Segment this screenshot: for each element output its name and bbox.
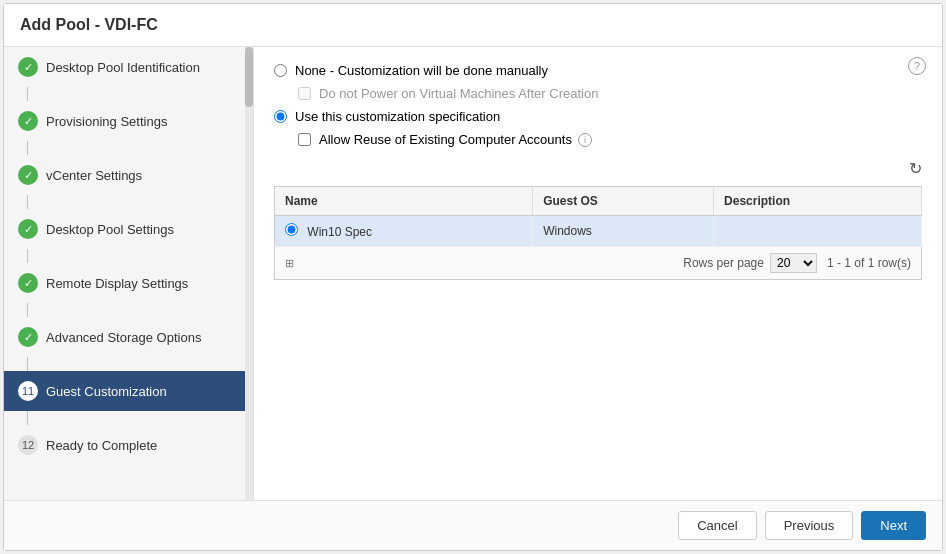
step-1-icon [18, 57, 38, 77]
sidebar-item-pool-settings[interactable]: Desktop Pool Settings [4, 209, 253, 249]
connector-11 [27, 411, 28, 425]
step-11-number: 11 [18, 381, 38, 401]
radio-row-none: None - Customization will be done manual… [274, 63, 922, 78]
dialog-header: Add Pool - VDI-FC [4, 4, 942, 47]
sidebar-item-desktop-pool-id[interactable]: Desktop Pool Identification [4, 47, 253, 87]
checkbox-no-power[interactable] [298, 87, 311, 100]
checkmark-icon-3 [24, 169, 33, 182]
connector-6 [27, 357, 28, 371]
checkbox-reuse-label: Allow Reuse of Existing Computer Account… [319, 132, 572, 147]
expand-icon[interactable]: ⊞ [285, 257, 294, 270]
step-4-icon [18, 219, 38, 239]
refresh-row: ↻ [274, 159, 922, 178]
checkmark-icon-4 [24, 223, 33, 236]
col-header-description: Description [714, 187, 922, 216]
radio-row-use-spec: Use this customization specification [274, 109, 922, 124]
connector-3 [27, 195, 28, 209]
row-count-label: 1 - 1 of 1 row(s) [827, 256, 911, 270]
sidebar-item-label-12: Ready to Complete [46, 438, 157, 453]
sidebar-item-label-4: Desktop Pool Settings [46, 222, 174, 237]
radio-use-spec[interactable] [274, 110, 287, 123]
step-12-number: 12 [18, 435, 38, 455]
checkbox-row-reuse: Allow Reuse of Existing Computer Account… [298, 132, 922, 147]
col-header-name: Name [275, 187, 533, 216]
sidebar-item-vcenter[interactable]: vCenter Settings [4, 155, 253, 195]
sidebar-item-label-5: Remote Display Settings [46, 276, 188, 291]
main-content: ? None - Customization will be done manu… [254, 47, 942, 500]
table-cell-description [714, 216, 922, 247]
rows-per-page-select[interactable]: 20 10 50 100 [770, 253, 817, 273]
reuse-info-icon[interactable]: i [578, 133, 592, 147]
next-button[interactable]: Next [861, 511, 926, 540]
sidebar-item-advanced-storage[interactable]: Advanced Storage Options [4, 317, 253, 357]
step-2-icon [18, 111, 38, 131]
dialog-title: Add Pool - VDI-FC [20, 16, 158, 33]
table-footer: ⊞ Rows per page 20 10 50 100 1 - [274, 247, 922, 280]
refresh-icon[interactable]: ↻ [909, 159, 922, 178]
table-cell-name: Win10 Spec [275, 216, 533, 247]
checkbox-reuse[interactable] [298, 133, 311, 146]
step-6-icon [18, 327, 38, 347]
sidebar-item-ready[interactable]: 12 Ready to Complete [4, 425, 253, 465]
rows-per-page-label: Rows per page [683, 256, 764, 270]
table-row-radio[interactable] [285, 223, 298, 236]
step-3-icon [18, 165, 38, 185]
sidebar-item-guest-customization[interactable]: 11 Guest Customization [4, 371, 253, 411]
sidebar-scrollbar-thumb[interactable] [245, 47, 253, 107]
step-5-icon [18, 273, 38, 293]
table-footer-right: Rows per page 20 10 50 100 1 - 1 of 1 ro… [683, 253, 911, 273]
checkmark-icon-6 [24, 331, 33, 344]
radio-use-spec-label: Use this customization specification [295, 109, 500, 124]
table-row[interactable]: Win10 Spec Windows [275, 216, 922, 247]
checkmark-icon-5 [24, 277, 33, 290]
rows-per-page: Rows per page 20 10 50 100 [683, 253, 817, 273]
table-footer-left: ⊞ [285, 257, 294, 270]
connector-5 [27, 303, 28, 317]
col-header-guest-os: Guest OS [533, 187, 714, 216]
connector-1 [27, 87, 28, 101]
sidebar-item-label-3: vCenter Settings [46, 168, 142, 183]
customization-table: Name Guest OS Description Win10 Spec [274, 186, 922, 247]
radio-none[interactable] [274, 64, 287, 77]
help-icon[interactable]: ? [908, 57, 926, 75]
radio-none-label: None - Customization will be done manual… [295, 63, 548, 78]
connector-4 [27, 249, 28, 263]
table-header-row: Name Guest OS Description [275, 187, 922, 216]
checkbox-no-power-label: Do not Power on Virtual Machines After C… [319, 86, 598, 101]
dialog-body: Desktop Pool Identification Provisioning… [4, 47, 942, 500]
sidebar-item-label-6: Advanced Storage Options [46, 330, 201, 345]
cancel-button[interactable]: Cancel [678, 511, 756, 540]
add-pool-dialog: Add Pool - VDI-FC Desktop Pool Identific… [3, 3, 943, 551]
table-cell-guest-os: Windows [533, 216, 714, 247]
sidebar-item-provisioning[interactable]: Provisioning Settings [4, 101, 253, 141]
checkmark-icon [24, 61, 33, 74]
checkmark-icon-2 [24, 115, 33, 128]
sidebar-item-label-1: Desktop Pool Identification [46, 60, 200, 75]
checkbox-row-no-power: Do not Power on Virtual Machines After C… [298, 86, 922, 101]
previous-button[interactable]: Previous [765, 511, 854, 540]
sidebar: Desktop Pool Identification Provisioning… [4, 47, 254, 500]
sidebar-item-label-2: Provisioning Settings [46, 114, 167, 129]
sidebar-item-remote-display[interactable]: Remote Display Settings [4, 263, 253, 303]
sidebar-scrollbar[interactable] [245, 47, 253, 500]
sidebar-item-label-11: Guest Customization [46, 384, 167, 399]
table-cell-name-text: Win10 Spec [307, 225, 372, 239]
connector-2 [27, 141, 28, 155]
dialog-footer: Cancel Previous Next [4, 500, 942, 550]
content-area: ? None - Customization will be done manu… [254, 47, 942, 500]
